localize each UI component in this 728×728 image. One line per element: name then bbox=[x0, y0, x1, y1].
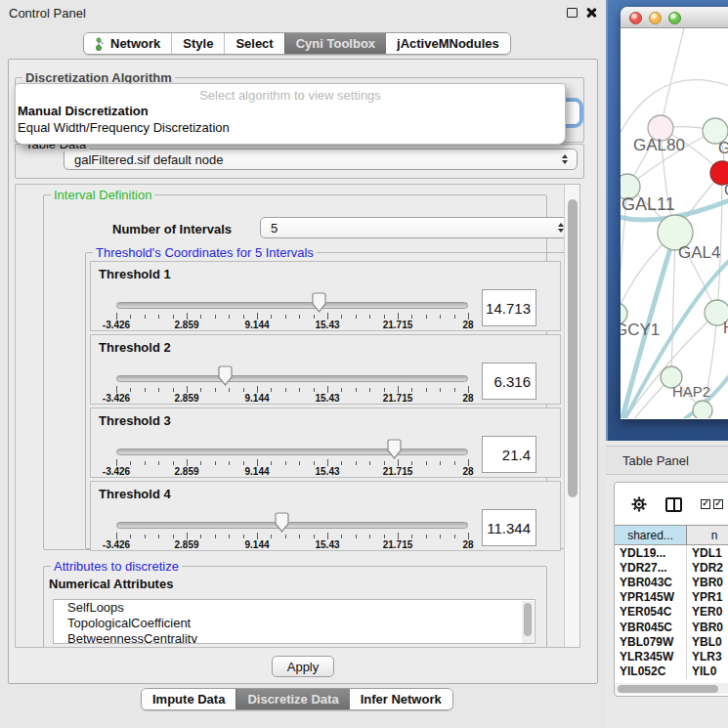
threshold-value-box[interactable]: 14.713 bbox=[482, 289, 536, 326]
threshold-slider-track[interactable] bbox=[116, 375, 468, 382]
attributes-scrollbar[interactable] bbox=[522, 601, 534, 644]
node-label-gal4: GAL4 bbox=[678, 243, 720, 262]
table-row[interactable]: YLR345WYLR3 bbox=[615, 649, 728, 664]
table-row[interactable]: YER054CYER0 bbox=[615, 605, 728, 620]
column-header-n[interactable]: n bbox=[687, 526, 728, 544]
tick-mark bbox=[158, 315, 159, 319]
tick-mark bbox=[454, 315, 455, 319]
gear-icon[interactable] bbox=[631, 496, 647, 516]
checkbox-icon[interactable]: ✓ bbox=[713, 499, 723, 509]
checkbox-icon[interactable]: ✓ bbox=[701, 499, 710, 509]
tick-mark bbox=[200, 315, 201, 319]
tick-mark bbox=[243, 388, 244, 392]
slider-handle[interactable] bbox=[386, 439, 403, 460]
cell-name: YLR3 bbox=[687, 649, 728, 664]
tick-mark bbox=[271, 461, 272, 465]
attribute-betweennesscentrality[interactable]: BetweennessCentrality bbox=[54, 631, 535, 644]
gray-edge[interactable] bbox=[661, 28, 685, 128]
table-panel-title: Table Panel bbox=[622, 453, 689, 468]
column-header-shared[interactable]: shared... bbox=[615, 526, 687, 544]
float-window-icon[interactable] bbox=[567, 8, 578, 18]
tab-jactivemnodules[interactable]: jActiveMNodules bbox=[386, 33, 510, 54]
tick-label: 21.715 bbox=[383, 539, 413, 550]
cell-shared-name: YDL19... bbox=[615, 545, 687, 560]
tick-mark bbox=[271, 388, 272, 392]
tick-mark bbox=[356, 461, 357, 465]
network-canvas[interactable]: GAL80GACGAL11GAL4GCY1HHAP2 bbox=[621, 28, 728, 418]
threshold-panel: Threshold 1 -3.4262.8599.14415.4321.7152… bbox=[90, 261, 561, 331]
tick-label: 15.43 bbox=[315, 466, 339, 477]
tick-mark bbox=[440, 388, 441, 392]
tab-impute-data[interactable]: Impute Data bbox=[142, 689, 236, 709]
network-window: GAL80GACGAL11GAL4GCY1HHAP2 bbox=[621, 7, 728, 419]
right-panel: GAL80GACGAL11GAL4GCY1HHAP2 Table Panel bbox=[606, 0, 728, 728]
apply-button[interactable]: Apply bbox=[272, 656, 334, 677]
close-traffic-light-icon[interactable] bbox=[629, 12, 642, 24]
tick-mark bbox=[341, 535, 342, 538]
tick-mark bbox=[454, 461, 455, 465]
table-row[interactable]: YIL052CYIL0 bbox=[615, 664, 728, 679]
tick-mark bbox=[356, 315, 357, 319]
network-graph: GAL80GACGAL11GAL4GCY1HHAP2 bbox=[621, 28, 728, 418]
threshold-label: Threshold 4 bbox=[99, 487, 171, 501]
network-view-background: GAL80GACGAL11GAL4GCY1HHAP2 bbox=[606, 0, 728, 441]
tick-mark bbox=[411, 535, 412, 538]
table-horizontal-scrollbar[interactable] bbox=[615, 683, 728, 694]
table-data-combobox[interactable]: galFiltered.sif default node bbox=[64, 149, 578, 170]
tick-mark bbox=[440, 461, 441, 465]
tick-mark bbox=[200, 461, 201, 465]
cell-shared-name: YBR043C bbox=[615, 575, 687, 589]
attribute-selfloops[interactable]: SelfLoops bbox=[54, 600, 535, 616]
close-icon[interactable] bbox=[585, 7, 597, 19]
slider-handle[interactable] bbox=[217, 365, 234, 387]
table-header-row: shared...n bbox=[615, 525, 728, 545]
table-row[interactable]: YBR043CYBR0 bbox=[615, 575, 728, 589]
algorithm-hint: Select algorithm to view settings bbox=[16, 88, 565, 103]
tick-mark bbox=[426, 535, 427, 538]
popup-item-equal-width-frequency[interactable]: Equal Width/Frequency Discretization bbox=[16, 119, 565, 136]
cell-shared-name: YBR045C bbox=[615, 620, 687, 634]
tab-select[interactable]: Select bbox=[224, 33, 283, 54]
tab-infer-network[interactable]: Infer Network bbox=[350, 689, 452, 709]
columns-icon[interactable] bbox=[665, 497, 682, 512]
attribute-topologicalcoefficient[interactable]: TopologicalCoefficient bbox=[54, 616, 535, 631]
tab-discretize-data[interactable]: Discretize Data bbox=[236, 689, 349, 709]
thresholds-title: Threshold's Coordinates for 5 Intervals bbox=[93, 245, 317, 260]
tab-label: Select bbox=[236, 36, 273, 51]
tick-mark bbox=[200, 388, 201, 392]
minimize-traffic-light-icon[interactable] bbox=[649, 12, 662, 24]
node-table: shared...n YDL19...YDL1YDR27...YDR2YBR04… bbox=[615, 525, 728, 679]
settings-vertical-scrollbar[interactable] bbox=[564, 185, 579, 647]
threshold-slider-track[interactable] bbox=[116, 302, 468, 309]
number-of-intervals-spinner[interactable]: 5 bbox=[260, 217, 574, 238]
slider-handle[interactable] bbox=[311, 292, 327, 314]
tick-mark bbox=[145, 315, 146, 319]
threshold-slider-track[interactable] bbox=[116, 449, 468, 455]
table-row[interactable]: YDR27...YDR2 bbox=[615, 560, 728, 575]
threshold-value-box[interactable]: 6.316 bbox=[482, 363, 536, 400]
tick-label: 15.43 bbox=[315, 320, 339, 330]
table-row[interactable]: YBR045CYBR0 bbox=[615, 620, 728, 634]
tab-network[interactable]: Network bbox=[84, 33, 171, 54]
network-node[interactable] bbox=[693, 401, 712, 418]
threshold-value-box[interactable]: 11.344 bbox=[482, 509, 536, 546]
tick-mark bbox=[411, 388, 412, 392]
numerical-attributes-list: SelfLoopsTopologicalCoefficientBetweenne… bbox=[53, 599, 535, 644]
table-row[interactable]: YDL19...YDL1 bbox=[615, 545, 728, 560]
tab-cyni-toolbox[interactable]: Cyni Toolbox bbox=[284, 33, 386, 54]
slider-handle[interactable] bbox=[274, 512, 290, 534]
threshold-value-box[interactable]: 21.4 bbox=[482, 436, 536, 473]
cell-shared-name: YLR345W bbox=[615, 649, 687, 664]
table-row[interactable]: YPR145WYPR1 bbox=[615, 590, 728, 605]
threshold-slider-track[interactable] bbox=[116, 522, 468, 529]
table-toolbar: ✓ ✓ bbox=[615, 483, 728, 524]
popup-item-manual-discretization[interactable]: Manual Discretization bbox=[16, 103, 565, 119]
zoom-traffic-light-icon[interactable] bbox=[668, 12, 681, 24]
tick-mark bbox=[116, 459, 117, 466]
tick-label: -3.426 bbox=[103, 539, 130, 550]
tab-style[interactable]: Style bbox=[171, 33, 224, 54]
tick-mark bbox=[384, 388, 385, 392]
table-panel-header: Table Panel bbox=[606, 446, 728, 475]
tick-mark bbox=[187, 459, 188, 466]
table-row[interactable]: YBL079WYBL0 bbox=[615, 634, 728, 649]
